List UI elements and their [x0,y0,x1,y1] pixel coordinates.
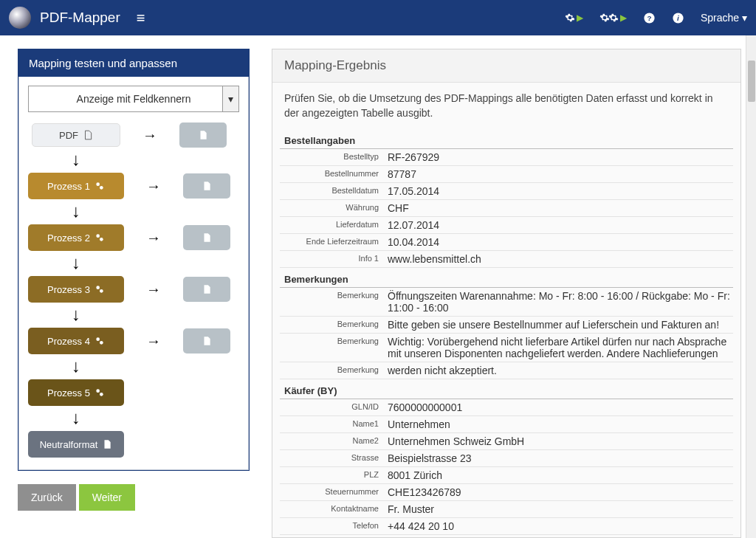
row-label: Kontaktname [280,501,385,517]
row-value: 10.04.2014 [385,234,733,250]
row-label: Lieferdatum [280,217,385,233]
row-label: GLN/ID [280,399,385,415]
data-row: Name1Unternehmen [280,416,733,433]
data-row: BemerkungBitte geben sie unsere Bestelln… [280,317,733,334]
row-label: Währung [280,200,385,216]
svg-point-8 [96,286,100,289]
data-row: PLZ8001 Zürich [280,467,733,484]
language-dropdown[interactable]: Sprache ▾ [701,12,747,24]
pdf-icon [83,130,93,140]
data-row: Fax+44 424 20 11 [280,535,733,538]
node-process-5[interactable]: Prozess 5 [28,379,124,406]
doc-button-pdf[interactable] [179,123,227,148]
arrow-right-icon: → [142,127,157,144]
svg-point-11 [100,341,103,345]
gears-icon [94,232,105,243]
row-label: Bestellnummer [280,166,385,182]
app-logo [9,7,31,29]
row-value: CHF [385,200,733,216]
data-row: WährungCHF [280,200,733,217]
row-label: Bemerkung [280,334,385,362]
arrow-right-icon: → [146,178,161,195]
data-row: GLN/ID7600000000001 [280,399,733,416]
row-value: werden nicht akzeptiert. [385,362,733,379]
row-label: Info 1 [280,251,385,267]
hamburger-icon[interactable]: ≡ [137,10,145,27]
row-value: Bitte geben sie unsere Bestellnummer auf… [385,317,733,333]
gears-icon [94,387,105,398]
display-dropdown[interactable]: Anzeige mit Feldkennern ▾ [28,86,239,112]
svg-text:?: ? [647,14,651,22]
gear-play-button-2[interactable]: ▶ [599,13,627,23]
chevron-down-icon: ▾ [222,86,238,111]
help-icon[interactable]: ? [643,12,656,24]
row-value: www.lebensmittel.ch [385,251,733,267]
row-value: +44 424 20 10 [385,518,733,534]
node-neutralformat[interactable]: Neutralformat [28,431,124,458]
doc-button-4[interactable] [183,328,230,354]
arrow-down-icon: ↓ [28,357,124,375]
svg-point-13 [100,393,103,396]
row-value: Beispielstrasse 23 [385,450,733,466]
row-value: +44 424 20 11 [385,535,733,538]
arrow-down-icon: ↓ [28,202,124,220]
row-label: Bemerkung [280,362,385,379]
node-process-4[interactable]: Prozess 4 [28,328,124,354]
data-row: SteuernummerCHE123426789 [280,484,733,501]
row-value: Öffnungszeiten Warenannahme: Mo - Fr: 8:… [385,288,733,316]
data-row: Info 1www.lebensmittel.ch [280,251,733,268]
file-icon [102,439,112,449]
row-label: PLZ [280,467,385,483]
node-pdf[interactable]: PDF [32,123,120,147]
data-row: Telefon+44 424 20 10 [280,518,733,535]
data-row: Name2Unternehmen Schweiz GmbH [280,433,733,450]
doc-button-2[interactable] [183,225,230,250]
section-header: Bestellangaben [280,132,733,149]
scrollbar-thumb[interactable] [748,61,755,102]
sidebar-panel: Mapping testen und anpassen Anzeige mit … [18,49,250,471]
node-process-3[interactable]: Prozess 3 [28,276,124,303]
gear-play-button-1[interactable]: ▶ [565,13,583,23]
data-row: Lieferdatum12.07.2014 [280,217,733,234]
row-value: 7600000000001 [385,399,733,415]
arrow-down-icon: ↓ [28,306,124,323]
data-row: BestelltypRF-267929 [280,149,733,166]
data-row: BemerkungWichtig: Vorübergehend nicht li… [280,334,733,362]
arrow-down-icon: ↓ [28,151,124,168]
section-header: Bemerkungen [280,271,733,288]
row-value: RF-267929 [385,149,733,165]
next-button[interactable]: Weiter [79,484,135,511]
row-label: Telefon [280,518,385,534]
doc-button-1[interactable] [183,173,230,199]
data-row: BemerkungÖffnungszeiten Warenannahme: Mo… [280,288,733,317]
svg-point-6 [96,234,100,238]
row-label: Bemerkung [280,317,385,333]
data-row: KontaktnameFr. Muster [280,501,733,518]
arrow-right-icon: → [146,281,161,298]
info-icon[interactable]: i [672,12,684,24]
node-process-2[interactable]: Prozess 2 [28,224,124,251]
result-panel: Mapping-Ergebnis Prüfen Sie, ob die Umse… [272,49,741,538]
svg-point-4 [96,182,100,186]
svg-point-5 [100,186,103,190]
dropdown-value: Anzeige mit Feldkennern [77,93,191,105]
doc-button-3[interactable] [183,277,230,302]
scrollbar[interactable] [746,35,756,538]
row-label: Name2 [280,433,385,449]
row-label: Bestelltyp [280,149,385,165]
section-header: Käufer (BY) [280,382,733,399]
data-row: StrasseBeispielstrasse 23 [280,450,733,467]
svg-point-9 [100,289,103,293]
row-value: Fr. Muster [385,501,733,517]
arrow-right-icon: → [146,333,161,350]
back-button[interactable]: Zurück [18,484,76,511]
row-value: 87787 [385,166,733,182]
node-process-1[interactable]: Prozess 1 [28,173,124,199]
row-value: 8001 Zürich [385,467,733,483]
topbar: PDF-Mapper ≡ ▶ ▶ ? i Sprache ▾ [0,0,756,35]
svg-text:i: i [677,14,679,22]
arrow-down-icon: ↓ [28,409,124,427]
result-description: Prüfen Sie, ob die Umsetzung des PDF-Map… [272,83,740,129]
row-value: 12.07.2014 [385,217,733,233]
gears-icon [94,336,105,346]
